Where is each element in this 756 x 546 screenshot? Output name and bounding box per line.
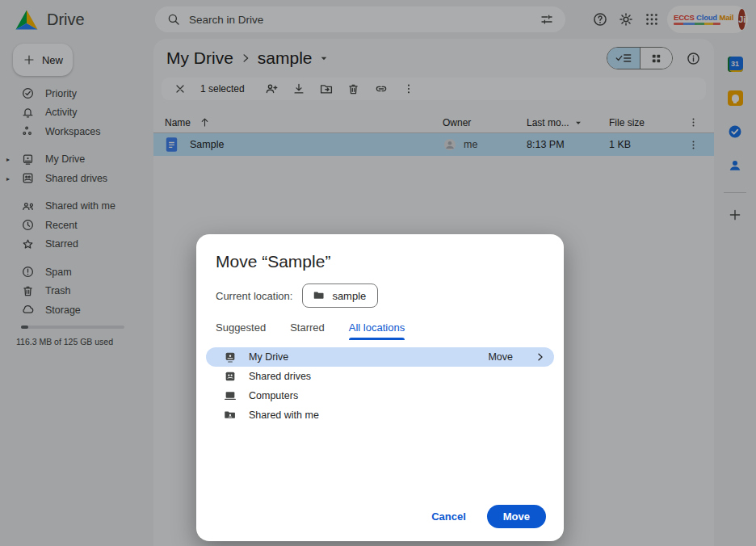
- location-row-my-drive[interactable]: My Drive Move: [206, 347, 554, 367]
- current-location-name: sample: [332, 290, 366, 302]
- location-label: Shared drives: [249, 371, 311, 382]
- current-location-label: Current location:: [216, 290, 292, 302]
- tab-suggested[interactable]: Suggested: [216, 321, 266, 340]
- chevron-right-icon[interactable]: [535, 351, 546, 363]
- dialog-title: Move “Sample”: [216, 252, 544, 271]
- location-label: My Drive: [249, 351, 288, 363]
- tab-all-locations[interactable]: All locations: [349, 321, 405, 340]
- location-row-shared-drives[interactable]: Shared drives: [206, 367, 554, 386]
- tab-starred[interactable]: Starred: [290, 321, 325, 340]
- folder-icon: [313, 289, 326, 302]
- move-dialog: Move “Sample” Current location: sample S…: [196, 234, 564, 541]
- move-button[interactable]: Move: [487, 505, 546, 528]
- dialog-tabs: Suggested Starred All locations: [216, 321, 544, 340]
- computer-icon: [224, 389, 237, 402]
- location-list: My Drive Move Shared drives Computers: [206, 347, 554, 425]
- shared-folder-icon: [224, 409, 237, 422]
- current-location-chip[interactable]: sample: [302, 284, 378, 308]
- location-label: Computers: [249, 390, 298, 401]
- drive-app: Drive Search in Drive: [0, 0, 756, 546]
- location-row-computers[interactable]: Computers: [206, 386, 554, 405]
- shared-drives-icon: [224, 370, 237, 383]
- my-drive-icon: [224, 351, 237, 363]
- cancel-button[interactable]: Cancel: [431, 510, 466, 523]
- row-move-action[interactable]: Move: [488, 351, 513, 363]
- location-row-shared-with-me[interactable]: Shared with me: [206, 405, 554, 425]
- location-label: Shared with me: [249, 410, 319, 421]
